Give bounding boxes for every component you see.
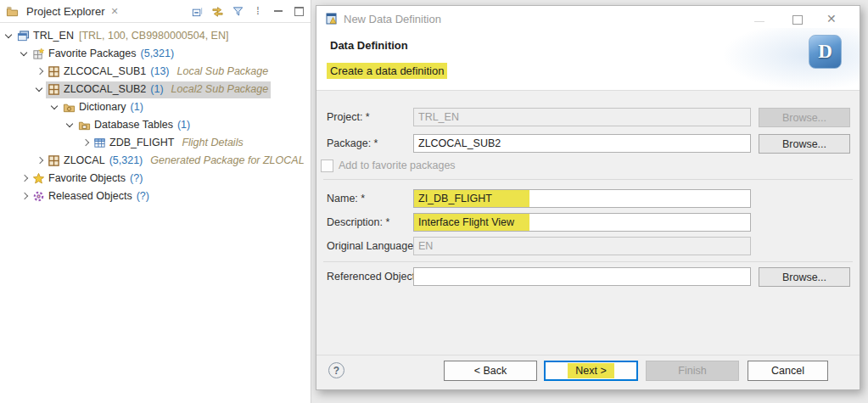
project-icon (16, 30, 30, 43)
package-input[interactable] (413, 134, 751, 153)
referenced-object-label: Referenced Object: (327, 267, 418, 286)
screen: Project Explorer ✕ ⁞ (0, 0, 868, 403)
chevron-down-icon[interactable] (64, 120, 76, 132)
gear-icon (31, 190, 45, 204)
favorite-packages-icon (31, 48, 45, 61)
dialog-header: New Data Definition ✕ Data Definition Cr… (316, 6, 860, 91)
chevron-right-icon[interactable] (80, 137, 92, 149)
chevron-right-icon[interactable] (19, 173, 31, 185)
project-label: Project: * (327, 108, 370, 126)
next-button[interactable]: Next > (544, 361, 638, 381)
maximize-icon[interactable] (792, 15, 803, 25)
data-definition-badge-icon: D (809, 35, 842, 69)
table-icon (92, 137, 106, 150)
original-language-input[interactable] (413, 237, 751, 255)
tab-project-explorer[interactable]: Project Explorer ✕ (0, 0, 124, 22)
tree-item-trl-en[interactable]: TRL_EN [TRL, 100, CB9980000504, EN] (0, 27, 311, 45)
chevron-down-icon[interactable] (3, 31, 15, 42)
divider (323, 261, 853, 262)
original-language-label: Original Language: (327, 237, 417, 255)
package-icon (47, 65, 60, 79)
add-to-favorites-checkbox[interactable] (321, 160, 333, 172)
view-toolbar: ⁞ (190, 0, 305, 22)
description-input[interactable] (413, 213, 751, 232)
finish-button[interactable]: Finish (646, 361, 739, 381)
tree-item-zlcocal-sub2[interactable]: ZLCOCAL_SUB2 (1) Local2 Sub Package (0, 81, 311, 98)
folder-icon (77, 119, 91, 132)
divider (323, 179, 853, 180)
package-label: Package: * (327, 134, 378, 153)
cancel-button[interactable]: Cancel (748, 361, 828, 381)
chevron-right-icon[interactable] (19, 191, 31, 203)
dialog-titlebar[interactable]: New Data Definition ✕ (316, 6, 860, 31)
divider (316, 355, 860, 355)
chevron-down-icon[interactable] (19, 48, 31, 60)
view-menu-icon[interactable]: ⁞ (251, 4, 265, 18)
maximize-icon[interactable] (292, 4, 305, 18)
chevron-right-icon[interactable] (34, 155, 46, 167)
help-icon[interactable]: ? (328, 362, 344, 378)
dialog-title: New Data Definition (344, 13, 441, 25)
tab-label: Project Explorer (26, 5, 104, 18)
tree-item-favorite-packages[interactable]: Favorite Packages (5,321) (0, 45, 311, 63)
referenced-object-browse-button[interactable]: Browse... (759, 267, 850, 287)
project-browse-button[interactable]: Browse... (759, 108, 850, 127)
minimize-icon[interactable] (272, 4, 285, 18)
tree-item-zlocal[interactable]: ZLOCAL (5,321) Generated Package for ZLO… (0, 152, 311, 170)
new-data-definition-dialog: New Data Definition ✕ Data Definition Cr… (316, 5, 860, 390)
star-icon (31, 172, 45, 186)
back-button[interactable]: < Back (444, 361, 537, 381)
tree-item-dictionary[interactable]: Dictionary (1) (0, 98, 311, 116)
referenced-object-input[interactable] (413, 267, 751, 286)
tree-item-database-tables[interactable]: Database Tables (1) (0, 116, 311, 134)
package-icon (47, 154, 60, 168)
package-icon (47, 83, 60, 97)
selected-tree-item[interactable]: ZLCOCAL_SUB2 (1) Local2 Sub Package (46, 81, 271, 98)
close-icon[interactable]: ✕ (826, 12, 837, 25)
minimize-icon[interactable] (754, 21, 764, 22)
description-label: Description: * (327, 213, 389, 232)
project-input[interactable] (413, 108, 751, 126)
project-tree: TRL_EN [TRL, 100, CB9980000504, EN] Favo… (0, 23, 311, 205)
collapse-all-icon[interactable] (190, 4, 204, 18)
package-browse-button[interactable]: Browse... (759, 134, 850, 154)
chevron-down-icon[interactable] (34, 84, 46, 96)
name-label: Name: * (327, 189, 365, 208)
close-icon[interactable]: ✕ (110, 6, 118, 17)
add-to-favorites-label: Add to favorite packages (339, 159, 456, 172)
wizard-heading: Data Definition (330, 39, 408, 52)
tree-item-zlcocal-sub1[interactable]: ZLCOCAL_SUB1 (13) Local Sub Package (0, 63, 311, 81)
chevron-down-icon[interactable] (49, 102, 61, 114)
folder-icon (62, 101, 76, 115)
folder-icon (5, 4, 19, 18)
project-explorer-panel: Project Explorer ✕ ⁞ (0, 0, 311, 403)
tree-item-favorite-objects[interactable]: Favorite Objects (?) (0, 170, 311, 188)
view-tabbar: Project Explorer ✕ ⁞ (0, 0, 311, 23)
wizard-subheading: Create a data definition (327, 64, 447, 77)
name-input[interactable] (413, 189, 751, 208)
wizard-icon (325, 12, 339, 25)
tree-item-zdb-flight[interactable]: ZDB_FLIGHT Flight Details (0, 134, 311, 152)
link-with-editor-icon[interactable] (210, 4, 224, 18)
filter-icon[interactable] (231, 4, 244, 18)
chevron-right-icon[interactable] (34, 66, 46, 78)
tree-item-released-objects[interactable]: Released Objects (?) (0, 188, 311, 205)
